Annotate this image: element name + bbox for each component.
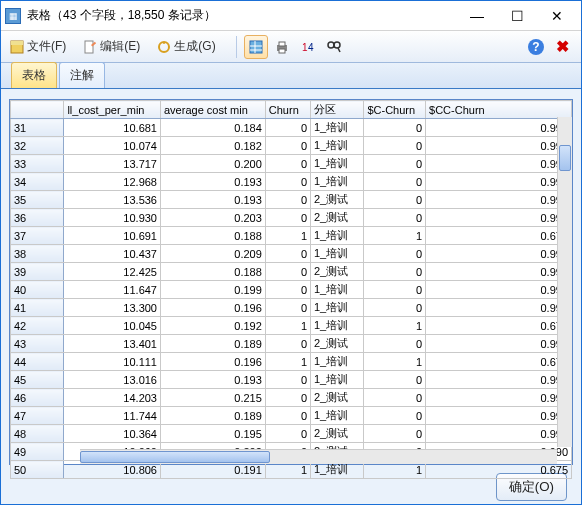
cell[interactable]: 0: [265, 245, 310, 263]
cell[interactable]: 0.995: [426, 119, 572, 137]
cell[interactable]: 0: [265, 119, 310, 137]
cell[interactable]: 0: [265, 281, 310, 299]
cell[interactable]: 0: [265, 335, 310, 353]
cell[interactable]: 0: [364, 371, 426, 389]
row-header[interactable]: 38: [11, 245, 64, 263]
cell[interactable]: 13.401: [64, 335, 161, 353]
cell[interactable]: 1: [364, 353, 426, 371]
cell[interactable]: 2_测试: [311, 425, 364, 443]
cell[interactable]: 0.193: [161, 191, 266, 209]
cell[interactable]: 0: [265, 191, 310, 209]
row-header[interactable]: 41: [11, 299, 64, 317]
col-header[interactable]: Churn: [265, 101, 310, 119]
cell[interactable]: 1_培训: [311, 227, 364, 245]
cell[interactable]: 0: [364, 425, 426, 443]
row-header[interactable]: 39: [11, 263, 64, 281]
cell[interactable]: 0: [265, 389, 310, 407]
cell[interactable]: 13.536: [64, 191, 161, 209]
row-header[interactable]: 32: [11, 137, 64, 155]
find-tool-button[interactable]: [322, 35, 346, 59]
cell[interactable]: 0.209: [161, 245, 266, 263]
row-header[interactable]: 35: [11, 191, 64, 209]
cell[interactable]: 10.437: [64, 245, 161, 263]
cell[interactable]: 0.990: [426, 299, 572, 317]
cell[interactable]: 0.192: [161, 317, 266, 335]
cell[interactable]: 1_培训: [311, 245, 364, 263]
cell[interactable]: 11.647: [64, 281, 161, 299]
col-header[interactable]: [11, 101, 64, 119]
row-header[interactable]: 42: [11, 317, 64, 335]
cell[interactable]: 0: [364, 173, 426, 191]
scroll-thumb-h[interactable]: [80, 451, 270, 463]
cell[interactable]: 0: [364, 263, 426, 281]
cell[interactable]: 0.189: [161, 335, 266, 353]
cell[interactable]: 0.990: [426, 263, 572, 281]
cell[interactable]: 0.990: [426, 191, 572, 209]
cell[interactable]: 0.193: [161, 371, 266, 389]
col-header[interactable]: $C-Churn: [364, 101, 426, 119]
cell[interactable]: 0: [364, 299, 426, 317]
cell[interactable]: 0: [265, 137, 310, 155]
row-header[interactable]: 48: [11, 425, 64, 443]
maximize-button[interactable]: ☐: [497, 3, 537, 29]
cell[interactable]: 0.182: [161, 137, 266, 155]
row-header[interactable]: 46: [11, 389, 64, 407]
cell[interactable]: 10.045: [64, 317, 161, 335]
table-row[interactable]: 3810.4370.20901_培训00.995: [11, 245, 572, 263]
cell[interactable]: 0.995: [426, 245, 572, 263]
col-header[interactable]: ll_cost_per_min: [64, 101, 161, 119]
cell[interactable]: 0: [364, 137, 426, 155]
cell[interactable]: 0: [265, 425, 310, 443]
cell[interactable]: 0: [364, 335, 426, 353]
row-header[interactable]: 43: [11, 335, 64, 353]
cell[interactable]: 1_培训: [311, 371, 364, 389]
cell[interactable]: 1: [265, 227, 310, 245]
table-row[interactable]: 3710.6910.18811_培训10.675: [11, 227, 572, 245]
row-header[interactable]: 31: [11, 119, 64, 137]
table-row[interactable]: 3412.9680.19301_培训00.990: [11, 173, 572, 191]
cell[interactable]: 0.675: [426, 353, 572, 371]
cell[interactable]: 0: [265, 155, 310, 173]
cell[interactable]: 10.074: [64, 137, 161, 155]
cell[interactable]: 0: [265, 299, 310, 317]
cell[interactable]: 13.016: [64, 371, 161, 389]
cell[interactable]: 13.717: [64, 155, 161, 173]
row-header[interactable]: 47: [11, 407, 64, 425]
cell[interactable]: 10.681: [64, 119, 161, 137]
table-row[interactable]: 4711.7440.18901_培训00.995: [11, 407, 572, 425]
cell[interactable]: 0.995: [426, 389, 572, 407]
cell[interactable]: 1: [265, 317, 310, 335]
cell[interactable]: 0.995: [426, 425, 572, 443]
cell[interactable]: 0.193: [161, 173, 266, 191]
col-header[interactable]: $CC-Churn: [426, 101, 572, 119]
cell[interactable]: 0.199: [161, 281, 266, 299]
cell[interactable]: 0: [265, 371, 310, 389]
cell[interactable]: 0.990: [426, 173, 572, 191]
table-row[interactable]: 3313.7170.20001_培训00.995: [11, 155, 572, 173]
cell[interactable]: 1_培训: [311, 317, 364, 335]
cell[interactable]: 1_培训: [311, 155, 364, 173]
cell[interactable]: 0.200: [161, 155, 266, 173]
cell[interactable]: 12.968: [64, 173, 161, 191]
cell[interactable]: 0.184: [161, 119, 266, 137]
table-row[interactable]: 3513.5360.19302_测试00.990: [11, 191, 572, 209]
cell[interactable]: 0.995: [426, 371, 572, 389]
row-header[interactable]: 49: [11, 443, 64, 461]
cell[interactable]: 11.744: [64, 407, 161, 425]
tab-table[interactable]: 表格: [11, 62, 57, 88]
cell[interactable]: 0.990: [426, 137, 572, 155]
row-header[interactable]: 50: [11, 461, 64, 479]
row-header[interactable]: 45: [11, 371, 64, 389]
cell[interactable]: 0.188: [161, 227, 266, 245]
table-row[interactable]: 4011.6470.19901_培训00.990: [11, 281, 572, 299]
table-row[interactable]: 4614.2030.21502_测试00.995: [11, 389, 572, 407]
cell[interactable]: 10.111: [64, 353, 161, 371]
col-header[interactable]: 分区: [311, 101, 364, 119]
cell[interactable]: 0.995: [426, 155, 572, 173]
cell[interactable]: 13.300: [64, 299, 161, 317]
cell[interactable]: 2_测试: [311, 209, 364, 227]
table-row[interactable]: 3110.6810.18401_培训00.995: [11, 119, 572, 137]
close-button[interactable]: ✕: [537, 3, 577, 29]
print-tool-button[interactable]: [270, 35, 294, 59]
cell[interactable]: 0: [364, 407, 426, 425]
